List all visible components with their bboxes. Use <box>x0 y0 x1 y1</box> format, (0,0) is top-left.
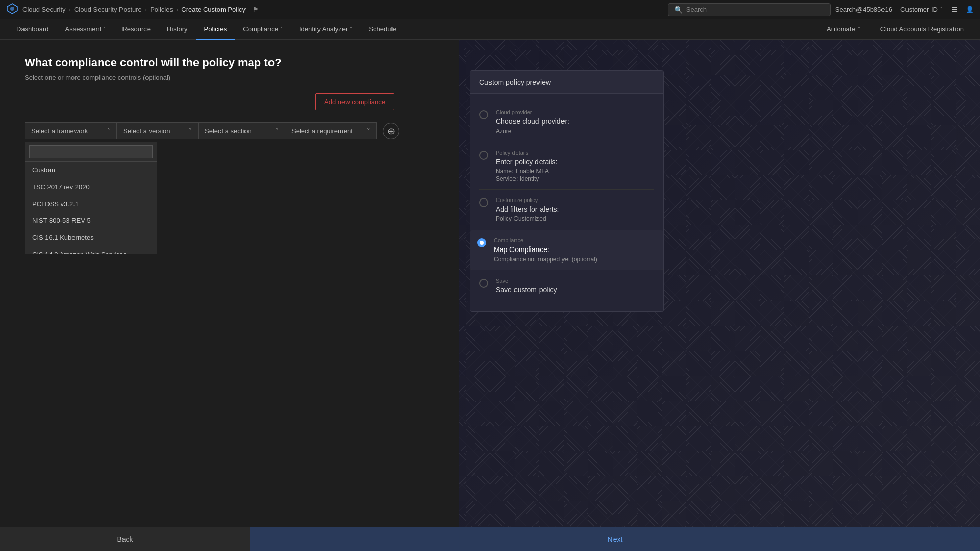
nav-compliance[interactable]: Compliance ˅ <box>235 19 291 40</box>
search-icon: 🔍 <box>674 6 683 14</box>
framework-search-container <box>25 142 157 162</box>
step-title-3: Add filters for alerts: <box>496 205 559 213</box>
section-select-label: Select a section <box>205 127 252 135</box>
step-content-5: Save Save custom policy <box>496 278 557 296</box>
next-button[interactable]: Next <box>250 527 980 551</box>
preview-step-cloud-provider: Cloud provider Choose cloud provider: Az… <box>479 102 654 142</box>
step-content-2: Policy details Enter policy details: Nam… <box>496 149 557 182</box>
page-subtitle: Select one or more compliance controls (… <box>24 73 435 81</box>
framework-select[interactable]: Select a framework ˄ <box>24 122 116 139</box>
navbar-right: Automate ˅ Cloud Accounts Registration <box>819 19 972 40</box>
chevron-down-icon: ˅ <box>940 6 943 13</box>
nav-schedule[interactable]: Schedule <box>360 19 404 40</box>
search-bar[interactable]: 🔍 <box>668 3 831 16</box>
breadcrumb-current: Create Custom Policy <box>181 6 246 13</box>
chevron-down-icon: ˅ <box>276 128 279 134</box>
nav-dashboard[interactable]: Dashboard <box>8 19 57 40</box>
step-value-3: Policy Customized <box>496 215 559 222</box>
step-value-2b: Service: Identity <box>496 175 557 182</box>
framework-search-input[interactable] <box>29 145 153 158</box>
left-content: What compliance control will the policy … <box>0 40 459 527</box>
topbar: Cloud Security › Cloud Security Posture … <box>0 0 980 19</box>
right-panel: Custom policy preview Cloud provider Cho… <box>459 40 980 527</box>
framework-dropdown-menu: Custom TSC 2017 rev 2020 PCI DSS v3.2.1 … <box>24 142 157 254</box>
nav-assessment[interactable]: Assessment ˅ <box>57 19 114 40</box>
framework-option-tsc[interactable]: TSC 2017 rev 2020 <box>25 179 157 195</box>
step-title-1: Choose cloud provider: <box>496 117 569 126</box>
breadcrumb-policies[interactable]: Policies <box>150 6 173 13</box>
section-select[interactable]: Select a section ˅ <box>198 122 285 139</box>
step-title-2: Enter policy details: <box>496 158 557 166</box>
add-row-button[interactable]: ⊕ <box>383 123 399 139</box>
version-select-label: Select a version <box>123 127 170 135</box>
step-value-1: Azure <box>496 128 569 135</box>
page-title: What compliance control will the policy … <box>24 56 435 69</box>
framework-option-cis140[interactable]: CIS 14.0 Amazon Web Services Foundations <box>25 246 157 254</box>
messages-icon[interactable]: ☰ <box>951 6 958 13</box>
chevron-down-icon: ˅ <box>350 26 352 32</box>
step-content-1: Cloud provider Choose cloud provider: Az… <box>496 109 569 135</box>
chevron-down-icon: ˅ <box>103 26 106 32</box>
logo <box>6 3 18 16</box>
preview-card: Custom policy preview Cloud provider Cho… <box>470 70 664 312</box>
step-title-5: Save custom policy <box>496 286 557 294</box>
nav-cloud-accounts[interactable]: Cloud Accounts Registration <box>872 19 972 40</box>
preview-step-policy-details: Policy details Enter policy details: Nam… <box>479 142 654 190</box>
search-input[interactable] <box>686 6 824 13</box>
step-category-5: Save <box>496 278 557 284</box>
framework-option-pci[interactable]: PCI DSS v3.2.1 <box>25 195 157 212</box>
nav-identity-analyzer[interactable]: Identity Analyzer ˅ <box>291 19 360 40</box>
step-circle-4 <box>477 238 486 247</box>
preview-steps: Cloud provider Choose cloud provider: Az… <box>470 94 663 311</box>
step-category-4: Compliance <box>494 237 597 243</box>
chevron-down-icon: ˅ <box>367 128 370 134</box>
step-title-4: Map Compliance: <box>494 245 597 254</box>
bookmark-icon[interactable]: ⚑ <box>253 6 259 13</box>
svg-point-1 <box>10 7 14 11</box>
nav-history[interactable]: History <box>159 19 195 40</box>
preview-card-header: Custom policy preview <box>470 71 663 94</box>
step-value-4: Compliance not mapped yet (optional) <box>494 256 597 263</box>
breadcrumb-posture[interactable]: Cloud Security Posture <box>74 6 142 13</box>
step-value-2a: Name: Enable MFA <box>496 168 557 175</box>
nav-automate[interactable]: Automate ˅ <box>819 19 868 40</box>
user-email: Search@45b85e16 <box>835 6 892 13</box>
customer-id-label: Customer ID <box>900 6 938 13</box>
requirement-select-label: Select a requirement <box>291 127 353 135</box>
requirement-select[interactable]: Select a requirement ˅ <box>285 122 377 139</box>
version-select[interactable]: Select a version ˅ <box>116 122 198 139</box>
nav-policies[interactable]: Policies <box>196 19 235 40</box>
step-circle-5 <box>479 279 488 288</box>
step-circle-2 <box>479 151 488 160</box>
framework-option-cis161[interactable]: CIS 16.1 Kubernetes <box>25 229 157 246</box>
nav-resource[interactable]: Resource <box>114 19 159 40</box>
step-circle-1 <box>479 110 488 119</box>
preview-step-compliance: Compliance Map Compliance: Compliance no… <box>470 230 663 270</box>
framework-option-custom[interactable]: Custom <box>25 162 157 179</box>
customer-id-dropdown[interactable]: Customer ID ˅ <box>900 6 943 13</box>
user-icon[interactable]: 👤 <box>966 6 974 13</box>
breadcrumb: Cloud Security › Cloud Security Posture … <box>22 6 664 13</box>
main-layout: What compliance control will the policy … <box>0 40 980 527</box>
step-category-2: Policy details <box>496 149 557 156</box>
chevron-up-icon: ˄ <box>107 128 110 134</box>
step-content-3: Customize policy Add filters for alerts:… <box>496 197 559 222</box>
chevron-down-icon: ˅ <box>280 26 283 32</box>
framework-select-wrapper: Select a framework ˄ Custom TSC 2017 rev… <box>24 122 116 139</box>
framework-option-nist[interactable]: NIST 800-53 REV 5 <box>25 212 157 229</box>
step-category-3: Customize policy <box>496 197 559 203</box>
breadcrumb-cloud-security[interactable]: Cloud Security <box>22 6 66 13</box>
chevron-down-icon: ˅ <box>857 26 860 32</box>
add-compliance-button[interactable]: Add new compliance <box>315 93 394 110</box>
back-button[interactable]: Back <box>0 527 250 551</box>
chevron-down-icon: ˅ <box>189 128 192 134</box>
topbar-right: Search@45b85e16 Customer ID ˅ ☰ 👤 <box>835 6 974 13</box>
step-circle-3 <box>479 198 488 207</box>
selects-row: Select a framework ˄ Custom TSC 2017 rev… <box>24 122 435 139</box>
bottom-bar: Back Next <box>0 527 980 551</box>
framework-dropdown-items: Custom TSC 2017 rev 2020 PCI DSS v3.2.1 … <box>25 162 157 254</box>
framework-select-label: Select a framework <box>31 127 88 135</box>
step-content-4: Compliance Map Compliance: Compliance no… <box>494 237 597 263</box>
preview-step-save: Save Save custom policy <box>479 270 654 303</box>
navbar: Dashboard Assessment ˅ Resource History … <box>0 19 980 40</box>
